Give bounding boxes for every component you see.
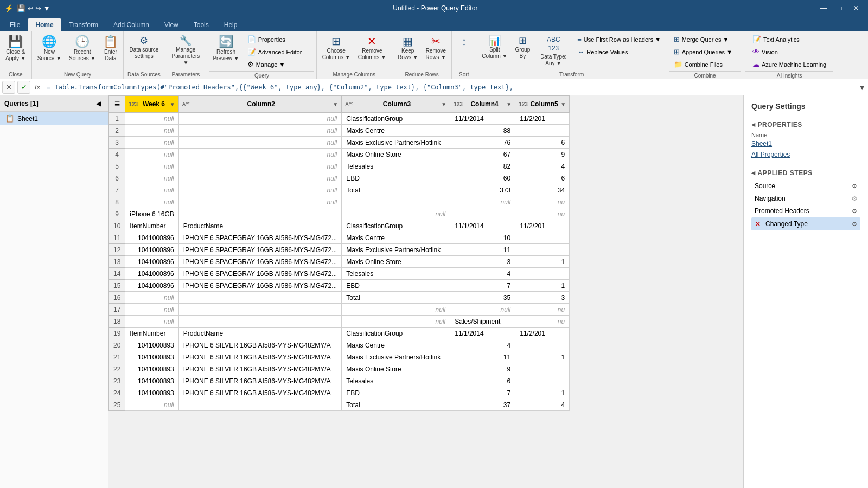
table-row: 17nullnullnullnu xyxy=(109,304,570,316)
cell-c5 xyxy=(515,268,570,280)
manage-button[interactable]: ⚙ Manage ▼ xyxy=(244,59,314,70)
title-bar: ⚡ 💾 ↩ ↪ ▼ Untitled - Power Query Editor … xyxy=(0,0,868,16)
cell-c1: null xyxy=(125,172,178,184)
group-by-button[interactable]: ⊞ GroupBy xyxy=(512,34,533,62)
col3-dropdown[interactable]: ▼ xyxy=(441,101,446,107)
table-row: 1nullnullClassificationGroup11/1/201411/… xyxy=(109,113,570,125)
col-header-col4[interactable]: 123 Column4 ▼ xyxy=(450,96,515,113)
tab-help[interactable]: Help xyxy=(216,18,245,31)
step-navigation[interactable]: Navigation ⚙ xyxy=(751,192,860,204)
combine-files-button[interactable]: 📁 Combine Files xyxy=(670,59,741,70)
cell-c1: 1041000893 xyxy=(125,351,178,363)
step-changed-type-settings[interactable]: ⚙ xyxy=(852,221,857,228)
cell-c2: ProductName xyxy=(178,220,341,232)
new-source-button[interactable]: 🌐 NewSource ▼ xyxy=(34,34,65,64)
row-num-cell: 2 xyxy=(109,125,125,137)
col5-type: 123 xyxy=(519,101,528,107)
text-analytics-button[interactable]: 📝 Text Analytics xyxy=(749,34,830,45)
col-header-col5[interactable]: 123 Column5 ▼ xyxy=(515,96,570,113)
formula-input[interactable] xyxy=(44,81,854,94)
append-queries-button[interactable]: ⊞ Append Queries ▼ xyxy=(670,46,741,57)
close-apply-icon: 💾 xyxy=(8,36,23,48)
data-type-button[interactable]: ABC123 Data Type:Any ▼ xyxy=(534,34,572,69)
cell-c4: 6 xyxy=(450,375,515,387)
step-source[interactable]: Source ⚙ xyxy=(751,180,860,192)
vision-button[interactable]: 👁 Vision xyxy=(749,46,830,57)
formula-confirm-button[interactable]: ✓ xyxy=(17,81,30,94)
cell-c1: 1041000896 xyxy=(125,268,178,280)
col-header-week6[interactable]: 123 Week 6 ▼ xyxy=(125,96,178,113)
grid-container[interactable]: ☰ 123 Week 6 ▼ Aᴮᶜ xyxy=(108,95,743,488)
ribbon-group-combine-label: Combine xyxy=(669,71,741,80)
use-first-row-button[interactable]: ≡ Use First Row as Headers ▼ xyxy=(573,34,665,45)
sort-ascending-button[interactable]: ↕ xyxy=(455,34,473,49)
merge-queries-button[interactable]: ⊞ Merge Queries ▼ xyxy=(670,34,741,45)
tab-home[interactable]: Home xyxy=(28,18,61,31)
remove-rows-button[interactable]: ✂ RemoveRows ▼ xyxy=(423,34,450,63)
table-row: 211041000893IPHONE 6 SILVER 16GB AI586-M… xyxy=(109,351,570,363)
properties-section: PROPERTIES Name Sheet1 All Properties xyxy=(744,115,868,164)
tab-transform[interactable]: Transform xyxy=(61,18,106,31)
cell-c2: IPHONE 6 SPACEGRAY 16GB AI586-MYS-MG472.… xyxy=(178,232,341,244)
remove-columns-label: RemoveColumns ▼ xyxy=(358,48,386,61)
col5-dropdown[interactable]: ▼ xyxy=(560,101,566,107)
tab-file[interactable]: File xyxy=(2,18,28,31)
table-row: 111041000896IPHONE 6 SPACEGRAY 16GB AI58… xyxy=(109,232,570,244)
properties-button[interactable]: 📄 Properties xyxy=(244,34,314,45)
cell-c4: 11 xyxy=(450,244,515,256)
enter-data-button[interactable]: 📋 EnterData xyxy=(100,34,121,64)
remove-columns-button[interactable]: ✕ RemoveColumns ▼ xyxy=(355,34,390,63)
cell-c2 xyxy=(178,208,341,220)
data-source-settings-button[interactable]: ⚙ Data sourcesettings xyxy=(126,34,162,62)
col5-text: Column5 xyxy=(529,100,559,108)
manage-parameters-button[interactable]: 🔧 ManageParameters ▼ xyxy=(167,34,205,68)
append-queries-icon: ⊞ xyxy=(674,48,680,56)
tab-add-column[interactable]: Add Column xyxy=(106,18,157,31)
cell-c1: 1041000896 xyxy=(125,280,178,292)
queries-collapse-button[interactable]: ◀ xyxy=(93,98,104,109)
row-num-cell: 9 xyxy=(109,208,125,220)
name-value[interactable]: Sheet1 xyxy=(751,140,860,147)
cell-c1: 1041000896 xyxy=(125,244,178,256)
cell-c4: 76 xyxy=(450,137,515,149)
formula-expand-button[interactable]: ▼ xyxy=(858,83,866,92)
cell-c2: null xyxy=(178,137,341,149)
close-button[interactable]: ✕ xyxy=(848,3,864,14)
tab-view[interactable]: View xyxy=(157,18,186,31)
row-num-cell: 6 xyxy=(109,172,125,184)
recent-sources-button[interactable]: 🕒 RecentSources ▼ xyxy=(66,34,99,64)
col-week6-dropdown[interactable]: ▼ xyxy=(170,101,175,107)
col2-dropdown[interactable]: ▼ xyxy=(333,101,338,107)
main-area: Queries [1] ◀ 📋 Sheet1 ☰ xyxy=(0,95,868,488)
maximize-button[interactable]: □ xyxy=(832,3,847,14)
step-source-settings[interactable]: ⚙ xyxy=(852,183,857,190)
cell-c4: null xyxy=(450,196,515,208)
step-navigation-settings[interactable]: ⚙ xyxy=(852,195,857,202)
replace-values-button[interactable]: ↔ Replace Values xyxy=(573,46,665,57)
cell-c4: 3 xyxy=(450,256,515,268)
step-promoted-headers-settings[interactable]: ⚙ xyxy=(852,208,857,215)
keep-rows-button[interactable]: ▦ KeepRows ▼ xyxy=(394,34,422,63)
cell-c3: Maxis Online Store xyxy=(342,149,450,160)
advanced-editor-button[interactable]: 📝 Advanced Editor xyxy=(244,46,314,57)
all-properties-link[interactable]: All Properties xyxy=(751,151,860,158)
close-apply-button[interactable]: 💾 Close &Apply ▼ xyxy=(2,34,29,64)
step-promoted-headers[interactable]: Promoted Headers ⚙ xyxy=(751,205,860,217)
col-header-col2[interactable]: Aᴮᶜ Column2 ▼ xyxy=(178,96,341,113)
col-header-col3[interactable]: Aᴮᶜ Column3 ▼ xyxy=(342,96,450,113)
choose-columns-button[interactable]: ⊞ ChooseColumns ▼ xyxy=(319,34,354,63)
formula-cancel-button[interactable]: ✕ xyxy=(2,81,15,94)
step-changed-type[interactable]: ✕ Changed Type ⚙ xyxy=(751,217,860,230)
split-column-button[interactable]: 📊 SplitColumn ▼ xyxy=(478,34,510,62)
query-item-sheet1[interactable]: 📋 Sheet1 xyxy=(0,112,108,125)
data-type-label: Data Type:Any ▼ xyxy=(540,54,566,67)
azure-ml-button[interactable]: ☁ Azure Machine Learning xyxy=(749,59,830,70)
cell-c4: 9 xyxy=(450,363,515,375)
refresh-preview-button[interactable]: 🔄 RefreshPreview ▼ xyxy=(209,34,242,64)
step-promoted-headers-name: Promoted Headers xyxy=(755,207,809,215)
col4-dropdown[interactable]: ▼ xyxy=(506,101,512,107)
tab-tools[interactable]: Tools xyxy=(186,18,216,31)
advanced-editor-icon: 📝 xyxy=(247,48,256,56)
minimize-button[interactable]: — xyxy=(816,3,831,14)
cell-c1: 1041000893 xyxy=(125,375,178,387)
